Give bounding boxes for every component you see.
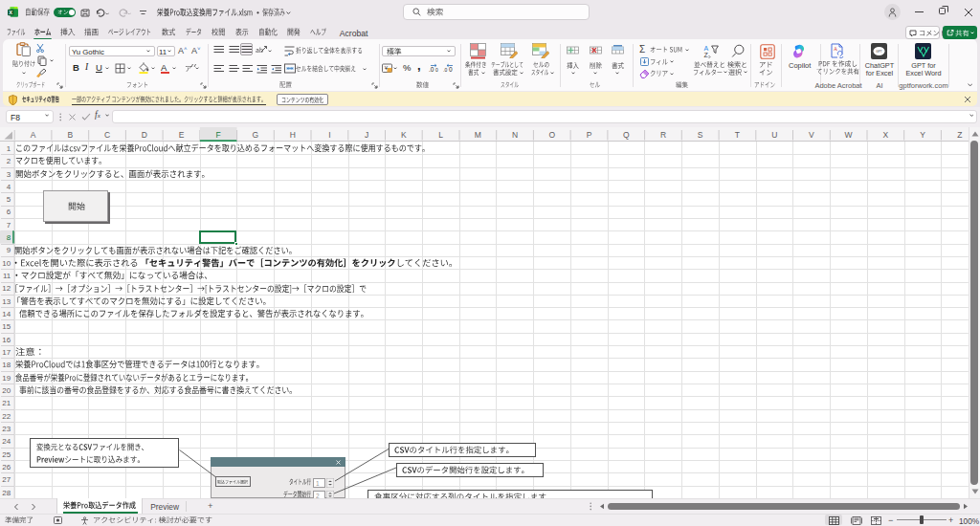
svg-text:N: N: [512, 130, 518, 140]
svg-text:8: 8: [7, 233, 11, 242]
svg-text:K: K: [401, 130, 407, 140]
svg-text:P: P: [587, 130, 592, 140]
svg-text:11: 11: [3, 272, 11, 280]
svg-text:18: 18: [2, 361, 11, 369]
svg-text:C: C: [104, 130, 110, 140]
svg-text:G: G: [253, 130, 259, 140]
svg-text:9: 9: [7, 246, 11, 254]
svg-text:F: F: [216, 130, 221, 140]
svg-text:A: A: [704, 44, 709, 51]
svg-text:R: R: [660, 130, 666, 140]
svg-text:0: 0: [435, 67, 438, 73]
svg-text:2: 2: [7, 157, 11, 165]
svg-text:21: 21: [2, 399, 11, 407]
svg-text:20: 20: [2, 386, 11, 395]
svg-text:14: 14: [2, 310, 11, 318]
svg-text:13: 13: [2, 297, 11, 306]
svg-text:A: A: [31, 130, 36, 140]
svg-text:A: A: [834, 46, 837, 52]
svg-text:V: V: [809, 130, 814, 140]
svg-text:7: 7: [7, 221, 11, 230]
svg-text:19: 19: [2, 374, 11, 383]
svg-text:H: H: [290, 130, 296, 140]
svg-text:J: J: [365, 130, 368, 140]
svg-text:W: W: [845, 130, 853, 140]
svg-text:Y: Y: [920, 130, 925, 140]
svg-text:4: 4: [7, 183, 11, 191]
svg-text:X: X: [883, 130, 889, 140]
svg-text:Z: Z: [957, 130, 962, 140]
svg-text:.0: .0: [429, 66, 434, 73]
svg-text:GPT: GPT: [876, 50, 882, 54]
svg-text:I: I: [328, 130, 330, 140]
svg-text:L: L: [438, 130, 443, 140]
svg-text:.0: .0: [443, 67, 447, 73]
svg-text:U: U: [771, 130, 777, 140]
svg-text:B: B: [67, 130, 73, 140]
svg-text:Q: Q: [623, 130, 630, 140]
svg-text:D: D: [142, 130, 147, 140]
svg-text:1: 1: [7, 144, 11, 153]
svg-text:S: S: [698, 130, 703, 140]
svg-text:3: 3: [7, 170, 11, 179]
svg-text:0: 0: [449, 66, 453, 73]
svg-text:M: M: [475, 130, 481, 140]
svg-text:T: T: [735, 130, 740, 140]
svg-text:X: X: [9, 10, 12, 15]
svg-text:5: 5: [7, 195, 11, 204]
svg-text:O: O: [548, 130, 555, 140]
svg-text:16: 16: [2, 336, 11, 344]
svg-text:E: E: [179, 130, 185, 140]
svg-text:15: 15: [2, 322, 11, 331]
svg-text:17: 17: [2, 348, 11, 357]
svg-text:22: 22: [2, 412, 11, 421]
svg-text:Z: Z: [704, 52, 709, 58]
svg-text:6: 6: [7, 208, 11, 216]
